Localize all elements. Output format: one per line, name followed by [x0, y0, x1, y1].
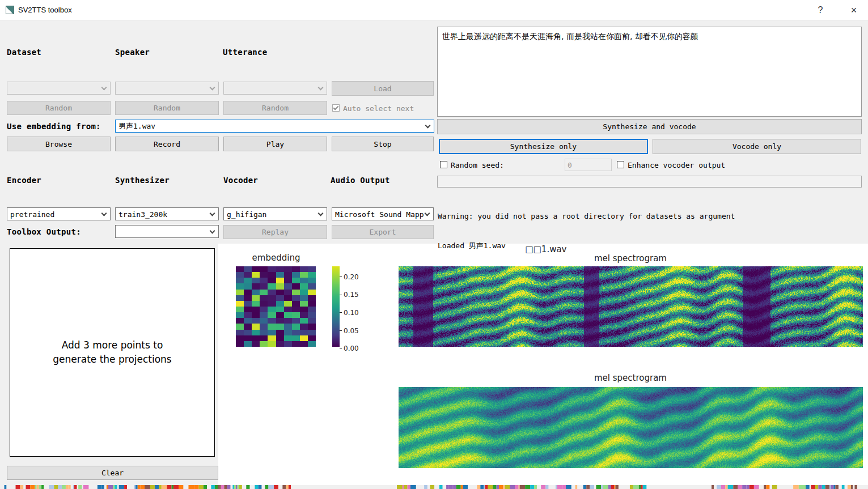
chevron-down-icon: [425, 211, 430, 216]
dataset-label: Dataset: [7, 48, 41, 57]
synthesize-only-button[interactable]: Synthesize only: [439, 139, 648, 154]
auto-select-next-label: Auto select next: [343, 104, 414, 113]
seed-value-input[interactable]: [565, 159, 612, 171]
auto-select-next-checkbox[interactable]: [332, 104, 340, 112]
use-embedding-from-label: Use embedding from:: [7, 122, 101, 131]
close-button[interactable]: ×: [845, 2, 863, 18]
mel-spectrogram-title-1: mel spectrogram: [574, 253, 687, 263]
synthesize-and-vocode-button[interactable]: Synthesize and vocode: [437, 119, 862, 134]
colorbar-tick: [340, 295, 342, 295]
colorbar-tick: [340, 277, 342, 277]
replay-button[interactable]: Replay: [223, 225, 327, 239]
colorbar-tick: [340, 312, 342, 313]
projection-message-line2: generate the projections: [53, 352, 171, 367]
synthesis-text-input[interactable]: 世界上最遥远的距离不是天涯海角, 而是我站在你面前, 却看不见你的容颜: [437, 27, 862, 117]
chevron-down-icon: [425, 123, 431, 129]
clear-button[interactable]: Clear: [7, 466, 218, 480]
help-button[interactable]: ?: [812, 2, 828, 18]
chevron-down-icon: [210, 85, 215, 91]
colorbar-tick: [340, 348, 342, 348]
generation-progress-bar: [437, 176, 862, 188]
speaker-label: Speaker: [115, 48, 150, 57]
colorbar-tick-label: 0.10: [344, 309, 359, 317]
window-title: SV2TTS toolbox: [18, 6, 72, 14]
synthesizer-select[interactable]: train3_200k: [115, 207, 219, 220]
load-button[interactable]: Load: [332, 81, 434, 96]
random-dataset-button[interactable]: Random: [7, 101, 111, 115]
colorbar-tick-label: 0.20: [344, 273, 359, 281]
bottom-plot-strip: [0, 485, 868, 489]
embedding-heatmap: [236, 266, 316, 347]
enhance-vocoder-label: Enhance vocoder output: [628, 161, 725, 169]
synthesizer-label: Synthesizer: [115, 176, 170, 185]
encoder-label: Encoder: [7, 176, 41, 185]
random-speaker-button[interactable]: Random: [115, 101, 219, 115]
chevron-down-icon: [101, 85, 107, 91]
toolbox-output-label: Toolbox Output:: [7, 227, 81, 236]
mel-spectrogram-source: [399, 266, 863, 347]
vocode-only-button[interactable]: Vocode only: [653, 139, 861, 154]
app-icon: [6, 6, 14, 14]
vocoder-label: Vocoder: [223, 176, 258, 185]
title-bar: SV2TTS toolbox ? ×: [0, 0, 868, 20]
umap-projection-plot[interactable]: Add 3 more points to generate the projec…: [10, 248, 215, 457]
chevron-down-icon: [210, 228, 215, 234]
random-utterance-button[interactable]: Random: [223, 101, 327, 115]
utterance-select[interactable]: [223, 82, 327, 95]
colorbar-tick-label: 0.15: [344, 291, 359, 299]
embedding-plot-title: embedding: [236, 253, 316, 263]
chevron-down-icon: [318, 85, 324, 91]
dataset-select[interactable]: [7, 82, 111, 95]
colorbar-tick-label: 0.05: [344, 327, 359, 335]
mel-spectrogram-title-2: mel spectrogram: [574, 373, 687, 383]
projection-message-line1: Add 3 more points to: [62, 338, 163, 352]
random-seed-checkbox[interactable]: [440, 161, 447, 168]
audio-output-label: Audio Output: [331, 176, 390, 185]
chevron-down-icon: [318, 211, 324, 216]
chevron-down-icon: [101, 211, 107, 216]
embedding-source-select[interactable]: 男声1.wav: [115, 120, 434, 133]
enhance-vocoder-checkbox[interactable]: [617, 161, 624, 168]
play-button[interactable]: Play: [223, 137, 327, 151]
colorbar-tick: [340, 330, 342, 331]
utterance-label: Utterance: [223, 48, 268, 57]
speaker-select[interactable]: [115, 82, 219, 95]
export-button[interactable]: Export: [332, 225, 434, 239]
audio-output-select[interactable]: Microsoft Sound Mapp: [332, 207, 434, 220]
stop-button[interactable]: Stop: [332, 137, 434, 151]
app-window: SV2TTS toolbox ? × Dataset Speaker Utter…: [0, 0, 868, 489]
random-seed-label: Random seed:: [451, 161, 504, 169]
record-button[interactable]: Record: [115, 137, 219, 151]
encoder-select[interactable]: pretrained: [7, 207, 111, 220]
toolbox-output-select[interactable]: [115, 225, 219, 238]
vocoder-select[interactable]: g_hifigan: [223, 207, 327, 220]
browse-button[interactable]: Browse: [7, 137, 111, 151]
log-line: Warning: you did not pass a root directo…: [438, 211, 784, 221]
mel-spectrogram-synthesized: [399, 387, 863, 468]
embedding-colorbar: [332, 266, 340, 347]
colorbar-tick-label: 0.00: [344, 345, 359, 352]
chevron-down-icon: [210, 211, 215, 216]
